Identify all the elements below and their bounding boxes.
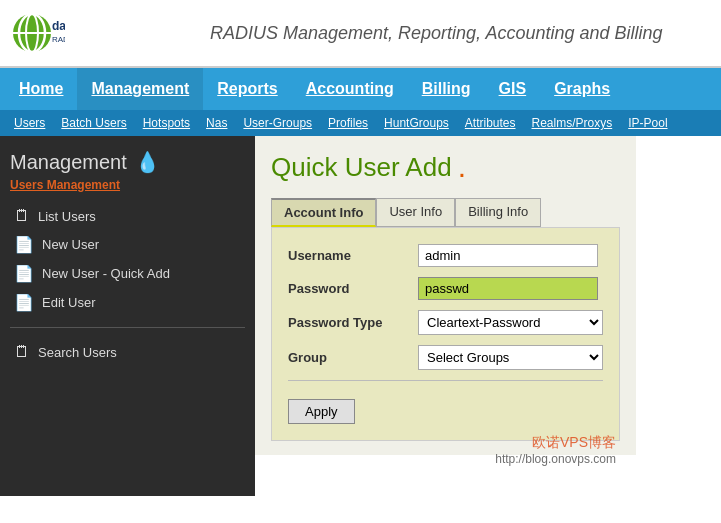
sidebar-item-edit-user-label: Edit User xyxy=(42,295,95,310)
sidebar: Management 💧 Users Management 🗒 List Use… xyxy=(0,136,255,496)
subnav-ip-pool[interactable]: IP-Pool xyxy=(622,116,673,130)
password-input[interactable] xyxy=(418,277,598,300)
password-type-select[interactable]: Cleartext-Password MD5-Password SHA-Pass… xyxy=(418,310,603,335)
tab-billing-info[interactable]: Billing Info xyxy=(455,198,541,227)
header: dalo RADIUS RADIUS Management, Reporting… xyxy=(0,0,721,68)
sidebar-title: Management 💧 xyxy=(10,150,245,174)
sidebar-item-edit-user[interactable]: 📄 Edit User xyxy=(10,288,245,317)
sub-nav: Users Batch Users Hotspots Nas User-Grou… xyxy=(0,110,721,136)
sidebar-divider xyxy=(10,327,245,328)
group-select[interactable]: Select Groups xyxy=(418,345,603,370)
subnav-huntgroups[interactable]: HuntGroups xyxy=(378,116,455,130)
page-title: Quick User Add . xyxy=(271,150,620,184)
password-row: Password xyxy=(288,277,603,300)
username-label: Username xyxy=(288,248,418,263)
nav-billing[interactable]: Billing xyxy=(408,68,485,110)
sidebar-item-new-user[interactable]: 📄 New User xyxy=(10,230,245,259)
subnav-attributes[interactable]: Attributes xyxy=(459,116,522,130)
main-content: Quick User Add . Account Info User Info … xyxy=(255,136,636,455)
password-type-label: Password Type xyxy=(288,315,418,330)
search-users-icon: 🗒 xyxy=(14,343,30,361)
nav-home[interactable]: Home xyxy=(5,68,77,110)
sidebar-item-search-users[interactable]: 🗒 Search Users xyxy=(10,338,245,366)
form-area: Username Password Password Type Cleartex… xyxy=(271,227,620,441)
svg-text:dalo: dalo xyxy=(52,19,65,33)
nav-bar: Home Management Reports Accounting Billi… xyxy=(0,68,721,110)
nav-accounting[interactable]: Accounting xyxy=(292,68,408,110)
username-row: Username xyxy=(288,244,603,267)
password-label: Password xyxy=(288,281,418,296)
main-wrapper: Quick User Add . Account Info User Info … xyxy=(255,136,636,496)
sidebar-item-list-users[interactable]: 🗒 List Users xyxy=(10,202,245,230)
edit-user-icon: 📄 xyxy=(14,293,34,312)
new-user-icon: 📄 xyxy=(14,235,34,254)
logo-icon: dalo RADIUS xyxy=(10,8,65,58)
sidebar-title-text: Management xyxy=(10,151,127,174)
page-title-text: Quick User Add xyxy=(271,152,452,183)
password-type-row: Password Type Cleartext-Password MD5-Pas… xyxy=(288,310,603,335)
sidebar-item-new-user-quick-add[interactable]: 📄 New User - Quick Add xyxy=(10,259,245,288)
tab-account-info[interactable]: Account Info xyxy=(271,198,376,227)
subnav-user-groups[interactable]: User-Groups xyxy=(237,116,318,130)
sidebar-item-search-users-label: Search Users xyxy=(38,345,117,360)
header-tagline: RADIUS Management, Reporting, Accounting… xyxy=(200,23,721,44)
nav-management[interactable]: Management xyxy=(77,68,203,110)
svg-text:RADIUS: RADIUS xyxy=(52,35,65,44)
group-label: Group xyxy=(288,350,418,365)
nav-reports[interactable]: Reports xyxy=(203,68,291,110)
water-drop-icon: 💧 xyxy=(135,150,160,174)
tabs: Account Info User Info Billing Info xyxy=(271,198,620,227)
group-row: Group Select Groups xyxy=(288,345,603,370)
sidebar-item-new-user-quick-add-label: New User - Quick Add xyxy=(42,266,170,281)
username-input[interactable] xyxy=(418,244,598,267)
nav-gis[interactable]: GIS xyxy=(485,68,541,110)
subnav-users[interactable]: Users xyxy=(8,116,51,130)
new-user-quick-add-icon: 📄 xyxy=(14,264,34,283)
apply-button[interactable]: Apply xyxy=(288,399,355,424)
tab-user-info[interactable]: User Info xyxy=(376,198,455,227)
page-title-dot: . xyxy=(458,150,466,184)
subnav-batch-users[interactable]: Batch Users xyxy=(55,116,132,130)
subnav-realms[interactable]: Realms/Proxys xyxy=(526,116,619,130)
subnav-hotspots[interactable]: Hotspots xyxy=(137,116,196,130)
content-area: Management 💧 Users Management 🗒 List Use… xyxy=(0,136,721,496)
subnav-nas[interactable]: Nas xyxy=(200,116,233,130)
subnav-profiles[interactable]: Profiles xyxy=(322,116,374,130)
form-separator xyxy=(288,380,603,381)
logo-area: dalo RADIUS xyxy=(0,8,200,58)
list-users-icon: 🗒 xyxy=(14,207,30,225)
sidebar-section-label: Users Management xyxy=(10,178,245,192)
sidebar-item-new-user-label: New User xyxy=(42,237,99,252)
sidebar-item-list-users-label: List Users xyxy=(38,209,96,224)
nav-graphs[interactable]: Graphs xyxy=(540,68,624,110)
